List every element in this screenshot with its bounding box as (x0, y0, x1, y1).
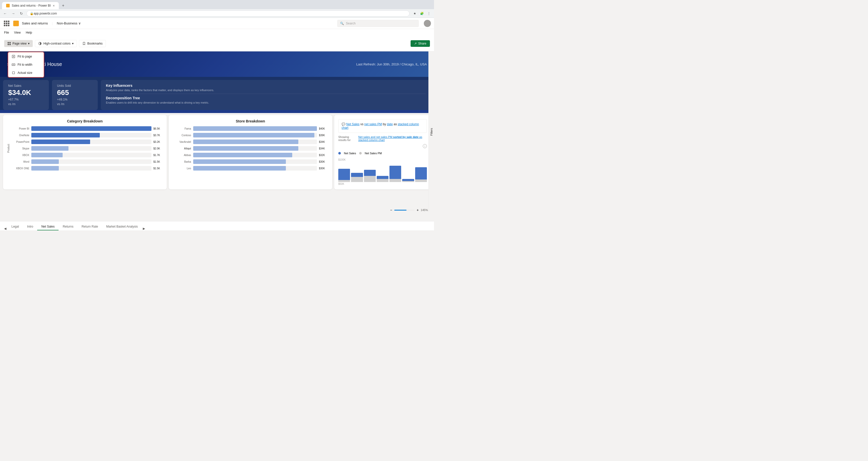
fit-to-page-label: Fit to page (18, 55, 32, 58)
bar-track (31, 146, 151, 151)
table-row: Skype $2.0K (11, 146, 163, 151)
bookmarks-button[interactable]: Bookmarks (79, 40, 106, 47)
main-content: soft | Alpine Ski House Last Refresh: Ju… (0, 52, 434, 221)
tab-return-rate[interactable]: Return Rate (78, 223, 102, 230)
bar-track (31, 126, 151, 131)
bar-value: $1.5K (154, 160, 163, 163)
actual-size-icon (11, 71, 16, 75)
category-breakdown-panel[interactable]: Category Breakdown Product Power BI $6.5… (3, 115, 167, 189)
mini-chart-bars (338, 162, 427, 182)
app-header: Sales and returns | Non-Business ∨ 🔍 Sea… (0, 18, 434, 29)
zoom-slider[interactable] (394, 210, 415, 211)
category-chart-title: Category Breakdown (7, 119, 163, 123)
tab-legal[interactable]: Legal (7, 223, 23, 230)
bar-value: $30K (319, 160, 328, 163)
browser-tab-active[interactable]: Sales and returns - Power BI ✕ (2, 2, 59, 9)
menu-file[interactable]: File (4, 30, 9, 35)
key-influencers-desc: Analyzes your data, ranks the factors th… (106, 89, 426, 92)
table-row: Word $1.5K (11, 159, 163, 164)
bar-label: Barba (173, 160, 191, 163)
store-breakdown-panel[interactable]: Store Breakdown Fama $40K Contoso $39K (169, 115, 333, 189)
bar-value: $3.7K (154, 134, 163, 137)
menu-help[interactable]: Help (26, 30, 32, 35)
mini-bar-gray (377, 179, 389, 182)
units-sold-card[interactable]: Units Sold 665 +49.1% vs /m (52, 80, 98, 110)
info-icon[interactable]: i (423, 144, 427, 148)
bar-label: XBOX ONE (11, 167, 29, 170)
bar-label: PowerPoint (11, 141, 29, 143)
mini-bar (364, 170, 376, 176)
net-sales-value: $34.0K (8, 89, 44, 97)
new-tab-button[interactable]: + (59, 2, 67, 9)
tab-returns[interactable]: Returns (59, 223, 78, 230)
zoom-bar: − + 145% (390, 208, 428, 212)
nav-refresh-button[interactable]: ↻ (18, 10, 25, 17)
showing-desc: Net sales and net sales PM sorted by sal… (358, 135, 427, 142)
units-sold-change2: vs /m (57, 102, 93, 106)
bar-track (193, 159, 317, 164)
filters-panel[interactable]: Filters (428, 52, 434, 212)
y-axis-100k: $100K (338, 158, 427, 161)
key-influencers-card[interactable]: Key Influencers Analyzes your data, rank… (106, 84, 426, 92)
mini-stacked-chart: $100K (338, 158, 427, 185)
waffle-menu-button[interactable] (3, 20, 10, 27)
mini-bar (377, 176, 389, 179)
actual-size-item[interactable]: Actual size (8, 69, 43, 77)
tab-net-sales[interactable]: Net Sales (37, 223, 59, 230)
chat-icon: 💬 (342, 122, 346, 126)
tab-nav-right[interactable]: ▶ (142, 227, 146, 230)
bar-value: $32K (319, 154, 328, 157)
workspace-selector[interactable]: Non-Business ∨ (57, 21, 81, 25)
mini-bar-gray (415, 180, 427, 182)
search-bar[interactable]: 🔍 Search (337, 20, 419, 27)
fit-to-page-item[interactable]: Fit to page (8, 53, 43, 61)
svg-rect-1 (9, 42, 11, 43)
insight-box: 💬 Net Sales vs net sales PM by date as s… (338, 119, 427, 133)
menu-view[interactable]: View (14, 30, 21, 35)
bar-track (193, 140, 317, 144)
store-bar-chart: Fama $40K Contoso $39K VanArsdel (173, 126, 328, 171)
svg-rect-2 (8, 44, 9, 45)
tab-intro-label: Intro (27, 225, 33, 228)
bar-label: Leo (173, 167, 191, 170)
bookmark-icon[interactable]: ★ (412, 10, 418, 17)
zoom-out-button[interactable]: − (390, 208, 392, 212)
high-contrast-button[interactable]: High-contrast colors ▾ (35, 40, 77, 47)
page-view-button[interactable]: Page view ▾ (4, 40, 33, 47)
net-sales-card[interactable]: Net Sales $34.0K +67.7% vs /m (3, 80, 49, 110)
nav-forward-button[interactable]: → (10, 10, 16, 17)
share-button[interactable]: ↗ Share (411, 40, 430, 47)
bar-label: Word (11, 160, 29, 163)
tab-intro[interactable]: Intro (23, 223, 37, 230)
tab-close-icon[interactable]: ✕ (53, 4, 55, 7)
fit-to-width-item[interactable]: Fit to width (8, 61, 43, 69)
zoom-level-text: 145% (421, 209, 428, 212)
decomposition-tree-card[interactable]: Decomposition Tree Enables users to dril… (106, 96, 426, 104)
kpi-cards-row: Net Sales $34.0K +67.7% vs /m Units Sold… (0, 77, 434, 110)
table-row: Aliqui $34K (173, 146, 328, 151)
bar-track (193, 133, 317, 137)
table-row: Leo $30K (173, 166, 328, 171)
ribbon: File View Help Page view ▾ Fit to (0, 29, 434, 52)
info-cards-panel: Key Influencers Analyzes your data, rank… (101, 80, 431, 110)
tab-nav-left[interactable]: ◀ (3, 227, 7, 230)
search-placeholder: Search (346, 22, 355, 25)
address-bar[interactable]: 🔒 app.powerbi.com (27, 10, 409, 17)
extensions-icon[interactable]: 🧩 (419, 10, 425, 17)
actual-size-label: Actual size (18, 71, 32, 74)
page-tabs: ◀ Legal Intro Net Sales Returns Return R… (0, 221, 434, 230)
bar-value: $1.7K (154, 154, 163, 157)
high-contrast-label: High-contrast colors (43, 42, 70, 45)
menu-icon[interactable]: ⋮ (426, 10, 432, 17)
tab-return-rate-label: Return Rate (82, 225, 98, 228)
mini-bar-gray (338, 180, 350, 182)
zoom-in-button[interactable]: + (417, 208, 419, 212)
user-avatar[interactable] (424, 20, 431, 27)
share-label: Share (418, 42, 426, 45)
net-sales-insight-panel[interactable]: 💬 Net Sales vs net sales PM by date as s… (334, 115, 431, 189)
nav-back-button[interactable]: ← (2, 10, 8, 17)
tab-market-basket[interactable]: Market Basket Analysis (102, 223, 142, 230)
bar-value: $3.2K (154, 141, 163, 143)
showing-label: Showing results for (338, 135, 356, 142)
bar-label: Abbas (173, 154, 191, 157)
